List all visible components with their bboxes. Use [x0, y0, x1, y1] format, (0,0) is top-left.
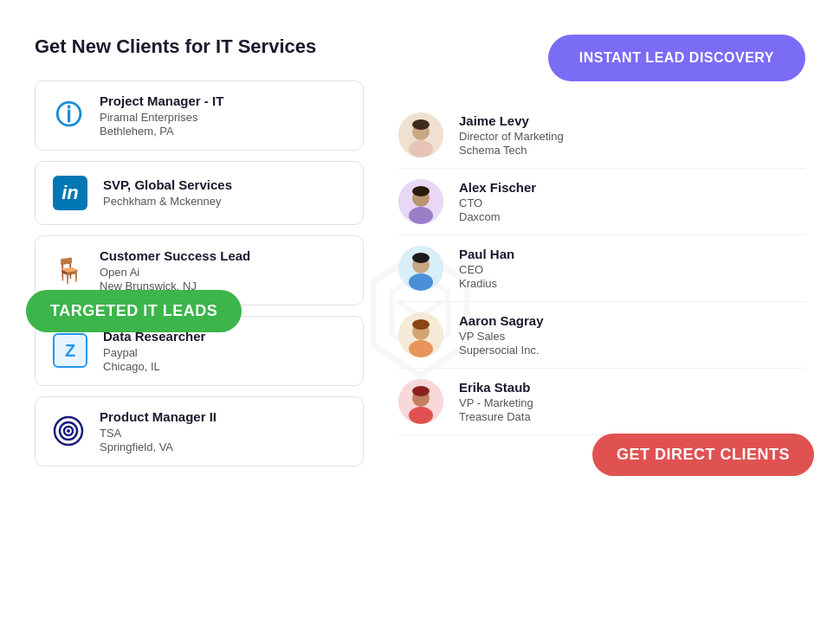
person-role: CTO — [459, 196, 536, 209]
svg-point-17 — [409, 340, 433, 357]
job-company: Piramal Enterprises — [100, 111, 223, 124]
person-name: Jaime Levy — [459, 113, 564, 128]
z-icon: Z — [51, 331, 89, 370]
avatar — [398, 312, 443, 357]
svg-point-19 — [412, 319, 430, 330]
svg-point-21 — [409, 407, 433, 424]
svg-point-5 — [409, 140, 433, 158]
avatar — [398, 179, 443, 224]
job-company: Pechkham & Mckenney — [103, 195, 232, 208]
job-cards-list: ⓘ Project Manager - IT Piramal Enterpris… — [35, 80, 364, 477]
person-card[interactable]: Paul Han CEO Kradius — [398, 235, 805, 302]
person-name: Alex Fischer — [459, 180, 536, 195]
job-card[interactable]: Product Manager II TSA Springfield, VA — [35, 396, 364, 466]
targeted-it-leads-badge[interactable]: TARGETED IT LEADS — [26, 290, 242, 332]
person-card[interactable]: Alex Fischer CTO Daxcom — [398, 169, 805, 235]
svg-point-9 — [409, 207, 433, 224]
job-location: Springfield, VA — [100, 440, 216, 453]
avatar — [398, 246, 443, 291]
svg-point-15 — [412, 253, 430, 263]
job-info: Customer Success Lead Open Ai New Brunsw… — [100, 248, 250, 292]
svg-point-7 — [412, 119, 430, 130]
avatar — [398, 379, 443, 424]
info-icon: ⓘ — [51, 98, 86, 132]
person-info: Paul Han CEO Kradius — [459, 247, 514, 290]
linkedin-icon: in — [51, 174, 89, 212]
person-info: Erika Staub VP - Marketing Treasure Data — [459, 380, 533, 423]
person-company: Treasure Data — [459, 410, 533, 423]
job-title: SVP, Global Services — [103, 177, 232, 192]
job-company: TSA — [100, 427, 216, 440]
person-card[interactable]: Jaime Levy Director of Marketing Schema … — [398, 102, 805, 169]
person-info: Aaron Sagray VP Sales Supersocial Inc. — [459, 313, 544, 357]
job-card[interactable]: in SVP, Global Services Pechkham & Mcken… — [35, 161, 364, 225]
get-direct-clients-badge[interactable]: GET DIRECT CLIENTS — [592, 434, 814, 476]
svg-point-11 — [412, 186, 430, 196]
job-title: Project Manager - IT — [100, 93, 223, 108]
job-title: Customer Success Lead — [100, 248, 250, 263]
people-list: Jaime Levy Director of Marketing Schema … — [398, 102, 805, 435]
person-company: Daxcom — [459, 210, 536, 223]
avatar — [398, 112, 443, 158]
spiral-icon — [51, 414, 86, 448]
right-column: INSTANT LEAD DISCOVERY Jaime Levy Direct… — [398, 35, 805, 595]
instant-lead-discovery-button[interactable]: INSTANT LEAD DISCOVERY — [548, 35, 805, 81]
person-role: CEO — [459, 263, 514, 276]
job-company: Open Ai — [100, 266, 250, 279]
person-name: Erika Staub — [459, 380, 533, 395]
job-card[interactable]: ⓘ Project Manager - IT Piramal Enterpris… — [35, 80, 364, 151]
job-info: Data Researcher Paypal Chicago, IL — [103, 329, 205, 373]
svg-point-13 — [409, 273, 433, 291]
person-role: VP Sales — [459, 330, 544, 343]
job-title: Product Manager II — [100, 409, 216, 424]
person-card[interactable]: Erika Staub VP - Marketing Treasure Data — [398, 369, 805, 435]
person-company: Kradius — [459, 277, 514, 290]
person-role: VP - Marketing — [459, 396, 533, 409]
person-company: Supersocial Inc. — [459, 344, 544, 357]
job-company: Paypal — [103, 346, 205, 359]
job-location: Bethlehem, PA — [100, 125, 223, 138]
person-card[interactable]: Aaron Sagray VP Sales Supersocial Inc. — [398, 302, 805, 369]
person-info: Alex Fischer CTO Daxcom — [459, 180, 536, 223]
person-company: Schema Tech — [459, 144, 564, 157]
job-location: Chicago, IL — [103, 360, 205, 373]
page-title: Get New Clients for IT Services — [35, 35, 364, 60]
person-info: Jaime Levy Director of Marketing Schema … — [459, 113, 564, 157]
job-info: SVP, Global Services Pechkham & Mckenney — [103, 177, 232, 209]
job-info: Project Manager - IT Piramal Enterprises… — [100, 93, 223, 138]
person-name: Aaron Sagray — [459, 313, 544, 328]
svg-point-23 — [412, 386, 430, 396]
person-name: Paul Han — [459, 247, 514, 261]
person-role: Director of Marketing — [459, 130, 564, 143]
job-info: Product Manager II TSA Springfield, VA — [100, 409, 216, 453]
svg-point-3 — [67, 429, 70, 433]
chair-icon: 🪑 — [51, 253, 86, 287]
